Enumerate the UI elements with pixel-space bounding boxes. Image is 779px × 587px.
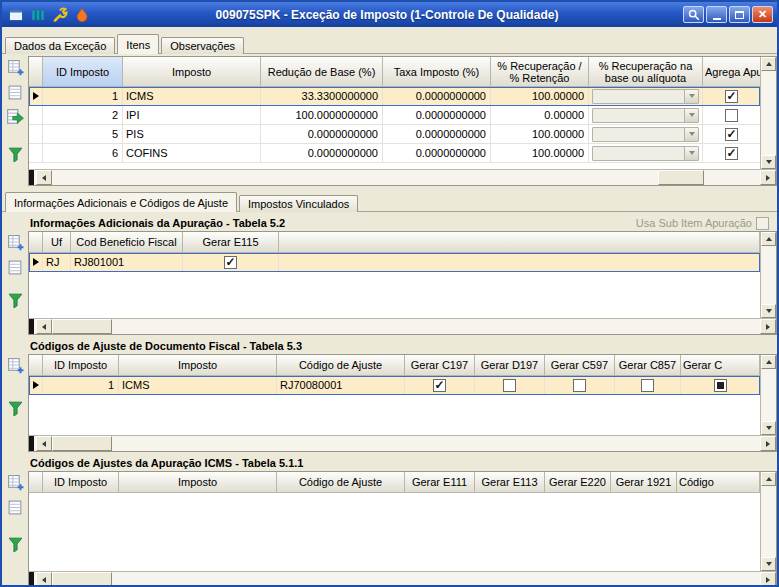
col-header-imposto[interactable]: Imposto xyxy=(123,57,261,87)
scroll-right-button[interactable] xyxy=(760,436,776,451)
cell-imposto[interactable]: ICMS xyxy=(119,376,277,395)
columns-icon[interactable] xyxy=(28,5,47,24)
cell-recuperacao[interactable]: 100.00000 xyxy=(491,144,589,163)
scroll-up-button[interactable] xyxy=(761,472,776,486)
col-header-imposto[interactable]: Imposto xyxy=(119,472,277,493)
scroll-track[interactable] xyxy=(761,369,776,421)
cell-reducao-base[interactable]: 100.0000000000 xyxy=(261,106,383,125)
vertical-scrollbar[interactable] xyxy=(760,57,776,169)
grid-button[interactable] xyxy=(6,498,24,516)
add-row-button[interactable] xyxy=(6,473,24,491)
titlebar[interactable]: 009075SPK - Exceção de Imposto (1-Contro… xyxy=(2,2,777,27)
vertical-scrollbar[interactable] xyxy=(760,232,776,318)
cell-imposto[interactable]: ICMS xyxy=(123,87,261,106)
scroll-track[interactable] xyxy=(52,572,760,587)
cell-reducao-base[interactable]: 33.3300000000 xyxy=(261,87,383,106)
cell-id-imposto[interactable]: 6 xyxy=(43,144,123,163)
agrega-checkbox[interactable] xyxy=(725,109,738,122)
gerar-c197-checkbox[interactable] xyxy=(433,379,446,392)
scroll-down-button[interactable] xyxy=(761,557,776,571)
col-header-gerar-c197[interactable]: Gerar C197 xyxy=(405,355,475,376)
cell-taxa-imposto[interactable]: 0.0000000000 xyxy=(383,106,491,125)
recuperacao-base-dropdown[interactable] xyxy=(592,108,699,123)
recuperacao-base-dropdown[interactable] xyxy=(592,146,699,161)
recuperacao-base-dropdown[interactable] xyxy=(592,127,699,142)
scroll-thumb[interactable] xyxy=(658,170,704,185)
table-row[interactable]: RJ RJ801001 xyxy=(29,253,760,272)
scroll-right-button[interactable] xyxy=(760,170,776,185)
gerar-c857-checkbox[interactable] xyxy=(641,379,654,392)
gerar-c-checkbox[interactable] xyxy=(714,379,727,392)
scroll-track[interactable] xyxy=(761,486,776,557)
usa-sub-item-checkbox[interactable] xyxy=(756,217,769,230)
col-header-imposto[interactable]: Imposto xyxy=(119,355,277,376)
scroll-thumb[interactable] xyxy=(52,319,112,334)
col-header-id-imposto[interactable]: ID Imposto xyxy=(43,472,119,493)
export-button[interactable] xyxy=(6,108,24,126)
agrega-checkbox[interactable] xyxy=(725,128,738,141)
add-row-button[interactable] xyxy=(6,233,24,251)
scroll-up-button[interactable] xyxy=(761,232,776,246)
tab-dados-da-excecao[interactable]: Dados da Exceção xyxy=(5,37,115,54)
col-header-gerar-e111[interactable]: Gerar E111 xyxy=(405,472,475,493)
col-header-recuperacao-retencao[interactable]: % Recuperação / % Retenção xyxy=(491,57,589,87)
filter-funnel-button[interactable] xyxy=(6,291,24,309)
scroll-up-button[interactable] xyxy=(761,355,776,369)
cell-imposto[interactable]: IPI xyxy=(123,106,261,125)
cell-imposto[interactable]: COFINS xyxy=(123,144,261,163)
cell-taxa-imposto[interactable]: 0.0000000000 xyxy=(383,125,491,144)
scroll-up-button[interactable] xyxy=(761,57,776,71)
cell-id-imposto[interactable]: 5 xyxy=(43,125,123,144)
col-header-gerar-e115[interactable]: Gerar E115 xyxy=(183,232,279,253)
col-header-agrega[interactable]: Agrega Apu xyxy=(703,57,760,87)
cell-cod-beneficio[interactable]: RJ801001 xyxy=(71,253,183,272)
cell-reducao-base[interactable]: 0.0000000000 xyxy=(261,144,383,163)
horizontal-scrollbar[interactable] xyxy=(29,169,776,185)
gerar-c597-checkbox[interactable] xyxy=(573,379,586,392)
scroll-track[interactable] xyxy=(761,71,776,155)
col-header-uf[interactable]: Uf xyxy=(43,232,71,253)
scroll-track[interactable] xyxy=(52,436,760,451)
scroll-left-button[interactable] xyxy=(36,170,52,185)
scroll-left-button[interactable] xyxy=(36,572,52,587)
gerar-e115-checkbox[interactable] xyxy=(224,256,237,269)
close-button[interactable]: ✕ xyxy=(752,6,773,23)
col-header-recuperacao-base-aliquota[interactable]: % Recuperação na base ou alíquota xyxy=(589,57,703,87)
scroll-track[interactable] xyxy=(52,170,760,185)
cell-reducao-base[interactable]: 0.0000000000 xyxy=(261,125,383,144)
scroll-thumb[interactable] xyxy=(52,436,112,451)
col-header-gerar-c857[interactable]: Gerar C857 xyxy=(615,355,681,376)
grid-button[interactable] xyxy=(6,258,24,276)
cell-uf[interactable]: RJ xyxy=(43,253,71,272)
cell-id-imposto[interactable]: 1 xyxy=(43,87,123,106)
scroll-down-button[interactable] xyxy=(761,421,776,435)
wrench-icon[interactable] xyxy=(50,5,69,24)
gerar-d197-checkbox[interactable] xyxy=(503,379,516,392)
scroll-down-button[interactable] xyxy=(761,155,776,169)
cell-id-imposto[interactable]: 1 xyxy=(43,376,119,395)
add-row-button[interactable] xyxy=(6,58,24,76)
horizontal-scrollbar[interactable] xyxy=(29,318,776,334)
add-row-button[interactable] xyxy=(6,356,24,374)
scroll-down-button[interactable] xyxy=(761,304,776,318)
horizontal-scrollbar[interactable] xyxy=(29,571,776,587)
cell-id-imposto[interactable]: 2 xyxy=(43,106,123,125)
col-header-gerar-1921[interactable]: Gerar 1921 xyxy=(611,472,677,493)
flame-icon[interactable] xyxy=(72,5,91,24)
col-header-codigo[interactable]: Código xyxy=(677,472,760,493)
recuperacao-base-dropdown[interactable] xyxy=(592,89,699,104)
cell-recuperacao[interactable]: 0.00000 xyxy=(491,106,589,125)
col-header-gerar-c597[interactable]: Gerar C597 xyxy=(545,355,615,376)
grid-button[interactable] xyxy=(6,83,24,101)
agrega-checkbox[interactable] xyxy=(725,90,738,103)
table-row[interactable]: 1 ICMS RJ70080001 xyxy=(29,376,760,395)
col-header-gerar-c[interactable]: Gerar C xyxy=(681,355,760,376)
filter-funnel-button[interactable] xyxy=(6,145,24,163)
scroll-thumb[interactable] xyxy=(52,572,112,587)
chevron-down-icon[interactable] xyxy=(684,147,698,160)
scroll-right-button[interactable] xyxy=(760,319,776,334)
chevron-down-icon[interactable] xyxy=(684,109,698,122)
minimize-button[interactable] xyxy=(706,6,727,23)
scroll-track[interactable] xyxy=(52,319,760,334)
col-header-gerar-e113[interactable]: Gerar E113 xyxy=(475,472,545,493)
